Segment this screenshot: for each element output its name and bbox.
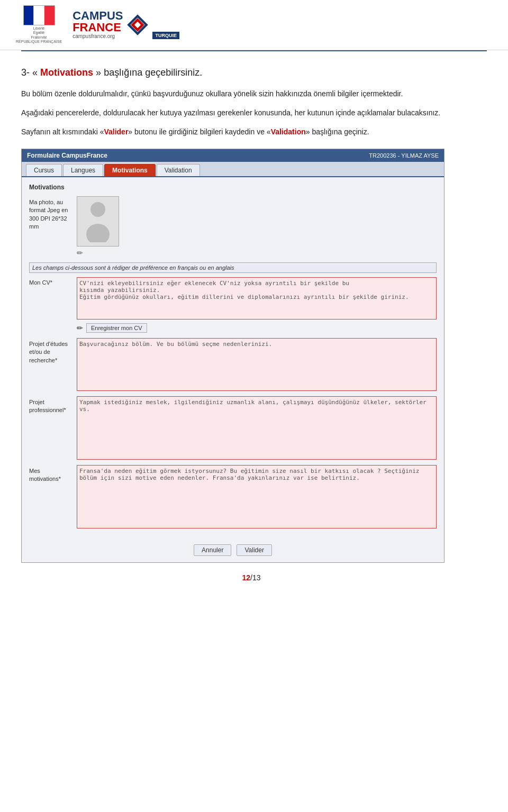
projet-etudes-textarea[interactable]	[77, 338, 437, 391]
page-total: 13	[252, 573, 261, 582]
photo-row: Ma photo, au format Jpeg en 300 DPI 26*3…	[29, 196, 437, 257]
paragraph-3: Sayfanın alt kısmındaki «Valider» butonu…	[21, 126, 482, 138]
french-flag	[23, 5, 55, 25]
cf-diamond-icon	[126, 13, 149, 37]
tab-validation[interactable]: Validation	[157, 164, 200, 176]
page-current: 12	[242, 573, 250, 582]
form-container: Formulaire CampusFrance TR200236 - YILMA…	[21, 149, 444, 563]
motivations-textarea[interactable]	[77, 465, 437, 528]
motivations-label: Mes motivations*	[29, 465, 71, 483]
tab-langues[interactable]: Langues	[63, 164, 103, 176]
step-heading: 3- « Motivations » başlığına geçebilirsi…	[21, 67, 482, 78]
step-number: 3-	[21, 67, 30, 78]
tab-motivations[interactable]: Motivations	[104, 164, 156, 176]
cv-save-button[interactable]: Enregistrer mon CV	[86, 323, 147, 333]
cv-save-row: ✏ Enregistrer mon CV	[77, 323, 437, 333]
turquie-block: TURQUIE	[152, 31, 179, 39]
flag-blue	[24, 6, 34, 25]
validate-button[interactable]: Valider	[237, 544, 271, 556]
motivations-row: Mes motivations*	[29, 465, 437, 528]
hint-row: Les champs ci-dessous sont à rédiger de …	[29, 262, 437, 273]
section-title: Motivations	[29, 183, 437, 192]
projet-professionnel-row: Projet professionnel*	[29, 396, 437, 460]
page-number: 12/13	[21, 573, 482, 592]
svg-point-3	[90, 202, 105, 217]
photo-area: ✏	[77, 196, 119, 257]
tabs-bar: Cursus Langues Motivations Validation	[22, 162, 444, 177]
flag-white	[33, 6, 44, 25]
cv-row: Mon CV* ✏ Enregistrer mon CV	[29, 277, 437, 333]
projet-professionnel-textarea[interactable]	[77, 396, 437, 460]
cv-right: ✏ Enregistrer mon CV	[77, 277, 437, 333]
flag-red	[44, 6, 55, 25]
svg-point-4	[86, 224, 110, 242]
paragraph-1: Bu bölüm özenle doldurulmalıdır, çünkü b…	[21, 88, 482, 99]
form-body: Motivations Ma photo, au format Jpeg en …	[22, 177, 444, 539]
paragraph-2: Aşağıdaki pencerelerde, doldurulacak her…	[21, 107, 482, 118]
para3-middle: » butonu ile girdiğiniz bilgileri kayded…	[128, 127, 270, 136]
person-silhouette-icon	[82, 200, 114, 242]
cf-text-block: CAMPUS FRANCE campusfrance.org	[72, 10, 123, 39]
photo-box[interactable]	[77, 196, 119, 247]
pencil-cv-icon: ✏	[77, 324, 83, 332]
cf-url-text: campusfrance.org	[72, 33, 123, 39]
step-rest: başlığına geçebilirsiniz.	[104, 67, 202, 78]
form-user: TR200236 - YILMAZ AYSE	[369, 152, 439, 159]
projet-professionnel-label: Projet professionnel*	[29, 396, 71, 415]
projet-etudes-label: Projet d'études et/ou de recherche*	[29, 338, 71, 364]
para3-after: » başlığına geçiniz.	[306, 127, 369, 136]
photo-edit-row[interactable]: ✏	[77, 249, 83, 257]
turquie-badge: TURQUIE	[152, 32, 179, 39]
cv-textarea[interactable]	[77, 277, 437, 320]
form-buttons: Annuler Valider	[22, 539, 444, 562]
cancel-button[interactable]: Annuler	[194, 544, 231, 556]
cv-label: Mon CV*	[29, 277, 71, 286]
cf-campus-text: CAMPUS	[72, 10, 123, 22]
pencil-icon: ✏	[77, 249, 83, 257]
step-open-quote: «	[32, 67, 38, 78]
para3-validation: Validation	[271, 127, 306, 136]
republic-logo: Liberté Égalité Fraternité RÉPUBLIQUE FR…	[16, 5, 62, 44]
photo-label: Ma photo, au format Jpeg en 300 DPI 26*3…	[29, 196, 71, 231]
step-highlight: Motivations	[40, 67, 93, 78]
hint-text: Les champs ci-dessous sont à rédiger de …	[29, 262, 437, 273]
campus-france-logo: CAMPUS FRANCE campusfrance.org TURQUIE	[72, 10, 179, 39]
step-close-quote: »	[96, 67, 101, 78]
main-content: 3- « Motivations » başlığına geçebilirsi…	[0, 51, 508, 608]
form-title: Formulaire CampusFrance	[27, 152, 107, 159]
projet-etudes-row: Projet d'études et/ou de recherche*	[29, 338, 437, 391]
rf-text: Liberté Égalité Fraternité RÉPUBLIQUE FR…	[16, 26, 62, 44]
tab-cursus[interactable]: Cursus	[26, 164, 62, 176]
form-header-bar: Formulaire CampusFrance TR200236 - YILMA…	[22, 149, 444, 162]
cf-france-text: FRANCE	[72, 22, 123, 33]
page-header: Liberté Égalité Fraternité RÉPUBLIQUE FR…	[0, 0, 508, 50]
para3-before: Sayfanın alt kısmındaki «	[21, 127, 104, 136]
para3-valider: Valider	[104, 127, 128, 136]
